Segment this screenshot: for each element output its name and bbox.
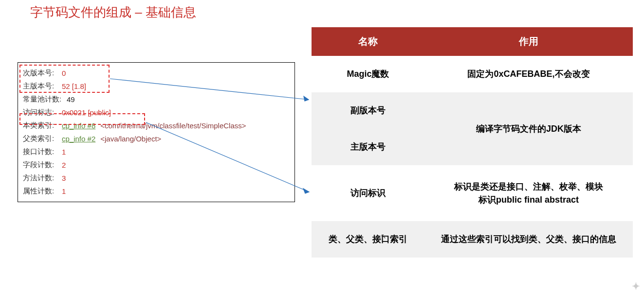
major-version-value: 52 [1.8] — [62, 82, 86, 90]
minor-version-label: 次版本号: — [23, 69, 57, 78]
interfaces-count-value: 1 — [62, 148, 66, 156]
super-class-ref: cp_info #2 — [62, 135, 95, 143]
access-flags-value: 0x0021 [public] — [62, 108, 111, 117]
cell-version-desc: 编译字节码文件的JDK版本 — [424, 92, 633, 165]
svg-marker-1 — [304, 96, 309, 101]
cell-magic-name: Magic魔数 — [312, 56, 424, 92]
methods-count-label: 方法计数: — [23, 173, 57, 183]
cell-major-name: 主版本号 — [312, 129, 424, 165]
table-row: Magic魔数 固定为0xCAFEBABE,不会改变 — [312, 56, 633, 92]
minor-version-value: 0 — [62, 69, 66, 77]
cell-index-name: 类、父类、接口索引 — [312, 221, 424, 258]
interfaces-count-label: 接口计数: — [23, 147, 57, 156]
attributes-count-label: 属性计数: — [23, 187, 57, 196]
cell-access-name: 访问标识 — [312, 165, 424, 221]
methods-count-value: 3 — [62, 174, 66, 182]
attributes-count-value: 1 — [62, 187, 66, 195]
table-row: 副版本号 编译字节码文件的JDK版本 — [312, 92, 633, 129]
fields-count-label: 字段计数: — [23, 160, 57, 170]
table-header-name: 名称 — [312, 27, 424, 56]
table-row: 类、父类、接口索引 通过这些索引可以找到类、父类、接口的信息 — [312, 221, 633, 258]
super-class-label: 父类索引: — [23, 134, 57, 143]
arrow-to-version-row — [110, 78, 314, 102]
major-version-label: 主版本号: — [23, 82, 57, 91]
cell-minor-name: 副版本号 — [312, 92, 424, 129]
table-row: 访问标识 标识是类还是接口、注解、枚举、模块 标识public final ab… — [312, 165, 633, 221]
this-class-ref: cp_info #8 — [62, 121, 95, 130]
cell-index-desc: 通过这些索引可以找到类、父类、接口的信息 — [424, 221, 633, 258]
fields-count-value: 2 — [62, 161, 66, 169]
svg-marker-3 — [303, 189, 309, 193]
svg-line-0 — [110, 79, 309, 100]
arrow-to-access-row — [146, 121, 314, 194]
slide-title: 字节码文件的组成 – 基础信息 — [30, 4, 196, 21]
cell-access-desc: 标识是类还是接口、注解、枚举、模块 标识public final abstrac… — [424, 165, 633, 221]
access-flags-label: 访问标志: — [23, 108, 57, 117]
svg-line-2 — [146, 122, 309, 192]
watermark-icon: ✦ — [632, 280, 640, 292]
constant-pool-count-label: 常量池计数: — [23, 95, 62, 104]
table-header-desc: 作用 — [424, 27, 633, 56]
constant-pool-count-value: 49 — [67, 95, 75, 104]
cell-magic-desc: 固定为0xCAFEBABE,不会改变 — [424, 56, 633, 92]
cursor-icon: ↖ — [381, 232, 386, 240]
basic-info-table: 名称 作用 Magic魔数 固定为0xCAFEBABE,不会改变 副版本号 编译… — [312, 27, 633, 258]
this-class-label: 本类索引: — [23, 121, 57, 130]
